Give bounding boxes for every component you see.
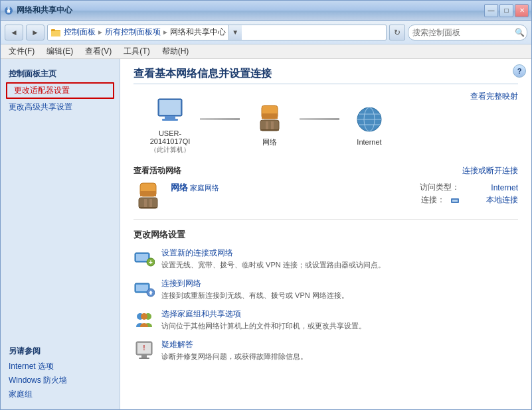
search-input[interactable] <box>412 28 512 37</box>
new-connection-content: 设置新的连接或网络 设置无线、宽带、拨号、临时或 VPN 连接；或设置路由器或访… <box>161 247 385 270</box>
new-connection-icon: + <box>133 247 155 269</box>
sidebar-link-homegroup[interactable]: 家庭组 <box>9 387 112 401</box>
connect-value-link[interactable]: 本地连接 <box>465 194 518 206</box>
internet-icon <box>353 103 385 135</box>
content-title: 查看基本网络信息并设置连接 <box>133 67 518 84</box>
access-type-value: Internet <box>465 183 518 192</box>
menu-bar: 文件(F) 编辑(E) 查看(V) 工具(T) 帮助(H) <box>1 44 531 59</box>
active-net-type[interactable]: 家庭网络 <box>190 184 219 192</box>
setting-homegroup: 选择家庭组和共享选项 访问位于其他网络计算机上的文件和打印机，或更改共享设置。 <box>133 308 518 331</box>
folder-icon <box>50 27 61 38</box>
svg-text:!: ! <box>143 344 145 352</box>
title-bar-left: 网络和共享中心 <box>3 5 72 16</box>
menu-file[interactable]: 文件(F) <box>3 44 40 58</box>
sidebar-link-advanced[interactable]: 更改高级共享设置 <box>1 99 120 115</box>
svg-rect-23 <box>144 199 147 207</box>
refresh-button[interactable]: ↻ <box>389 25 405 40</box>
new-connection-link[interactable]: 设置新的连接或网络 <box>161 247 385 259</box>
svg-rect-12 <box>266 121 268 129</box>
title-bar: 网络和共享中心 — □ ✕ <box>1 1 531 21</box>
access-type-label: 访问类型： <box>420 182 460 193</box>
connect-row: 连接： 本地连接 <box>420 194 518 206</box>
back-button[interactable]: ◄ <box>5 25 23 40</box>
active-networks-header: 查看活动网络 连接或断开连接 <box>133 165 518 176</box>
toolbar: ◄ ► 控制面板 ► 所有控制面板项 ► 网络和共享中心 ▼ ↻ 🔍 <box>1 21 531 44</box>
net-label-internet: Internet <box>357 138 381 146</box>
sidebar: 控制面板主页 更改适配器设置 更改高级共享设置 另请参阅 Internet 选项… <box>1 59 120 409</box>
minimize-button[interactable]: — <box>484 4 498 17</box>
title-text: 网络和共享中心 <box>17 5 72 16</box>
net-node-network: 网络 <box>240 103 300 147</box>
sidebar-also-title: 另请参阅 <box>9 346 112 357</box>
active-net-info: 网络 家庭网络 <box>171 182 420 194</box>
troubleshoot-desc: 诊断并修复网络问题，或获得故障排除信息。 <box>161 352 308 360</box>
connection-icon <box>450 195 460 205</box>
sidebar-link-internet-options[interactable]: Internet 选项 <box>9 360 112 374</box>
network-diagram: USER-20141017QI （此计算机） <box>133 95 518 155</box>
menu-view[interactable]: 查看(V) <box>80 44 117 58</box>
maximize-button[interactable]: □ <box>499 4 513 17</box>
search-icon[interactable]: 🔍 <box>515 28 525 37</box>
forward-button[interactable]: ► <box>26 25 44 40</box>
active-net-name[interactable]: 网络 <box>171 182 188 192</box>
svg-rect-29 <box>136 254 148 261</box>
breadcrumb-level3: 网络和共享中心 <box>170 27 226 38</box>
active-net-icon <box>133 182 163 211</box>
change-settings-title: 更改网络设置 <box>133 229 518 241</box>
menu-tools[interactable]: 工具(T) <box>118 44 155 58</box>
svg-rect-41 <box>139 358 149 359</box>
title-icon <box>3 5 14 16</box>
close-button[interactable]: ✕ <box>515 4 529 17</box>
connect-network-link[interactable]: 连接到网络 <box>161 278 349 289</box>
breadcrumb: 控制面板 ► 所有控制面板项 ► 网络和共享中心 <box>64 27 226 38</box>
address-dropdown-button[interactable]: ▼ <box>228 25 242 40</box>
svg-rect-33 <box>136 285 148 291</box>
breadcrumb-level1[interactable]: 控制面板 <box>64 27 96 38</box>
view-full-map-link[interactable]: 查看完整映射 <box>470 91 518 102</box>
homegroup-content: 选择家庭组和共享选项 访问位于其他网络计算机上的文件和打印机，或更改共享设置。 <box>161 308 366 331</box>
sidebar-also: 另请参阅 Internet 选项 Windows 防火墙 家庭组 <box>1 340 120 404</box>
svg-rect-7 <box>165 116 175 119</box>
active-networks-title: 查看活动网络 <box>133 165 181 176</box>
sidebar-link-adapter[interactable]: 更改适配器设置 <box>6 82 114 99</box>
net-label-network: 网络 <box>262 137 277 147</box>
svg-point-37 <box>141 313 147 320</box>
svg-rect-4 <box>51 29 55 31</box>
net-label-computer: USER-20141017QI <box>140 129 200 145</box>
homegroup-desc: 访问位于其他网络计算机上的文件和打印机，或更改共享设置。 <box>161 322 366 330</box>
connect-network-desc: 连接到或重新连接到无线、有线、拨号或 VPN 网络连接。 <box>161 291 349 299</box>
setting-connect-network: 连接到网络 连接到或重新连接到无线、有线、拨号或 VPN 网络连接。 <box>133 278 518 301</box>
svg-rect-22 <box>140 191 156 196</box>
breadcrumb-level2[interactable]: 所有控制面板项 <box>105 27 161 38</box>
troubleshoot-link[interactable]: 疑难解答 <box>161 339 308 350</box>
connect-network-icon <box>133 278 155 299</box>
menu-help[interactable]: 帮助(H) <box>157 44 195 58</box>
svg-rect-20 <box>139 198 157 208</box>
svg-rect-13 <box>271 121 274 129</box>
sidebar-link-firewall[interactable]: Windows 防火墙 <box>9 374 112 387</box>
connect-disconnect-link[interactable]: 连接或断开连接 <box>462 165 518 176</box>
net-node-internet: Internet <box>339 103 399 146</box>
net-sublabel-computer: （此计算机） <box>150 145 190 155</box>
troubleshoot-icon: ! <box>133 339 155 360</box>
svg-text:+: + <box>149 259 153 266</box>
new-connection-desc: 设置无线、宽带、拨号、临时或 VPN 连接；或设置路由器或访问点。 <box>161 261 385 269</box>
setting-troubleshoot: ! 疑难解答 诊断并修复网络问题，或获得故障排除信息。 <box>133 339 518 362</box>
breadcrumb-arrow1: ► <box>97 29 104 36</box>
active-network-item: 网络 家庭网络 访问类型： Internet 连接： <box>133 182 518 220</box>
svg-rect-3 <box>51 31 60 36</box>
help-icon[interactable]: ? <box>513 64 526 78</box>
search-bar: 🔍 <box>408 25 527 40</box>
menu-edit[interactable]: 编辑(E) <box>41 44 78 58</box>
connect-network-content: 连接到网络 连接到或重新连接到无线、有线、拨号或 VPN 网络连接。 <box>161 278 349 301</box>
net-line-1 <box>200 118 240 120</box>
connect-label: 连接： <box>421 194 445 206</box>
net-line-2 <box>300 118 339 120</box>
address-bar: 控制面板 ► 所有控制面板项 ► 网络和共享中心 ▼ <box>47 25 387 40</box>
svg-rect-6 <box>159 100 181 115</box>
homegroup-link[interactable]: 选择家庭组和共享选项 <box>161 308 366 320</box>
svg-rect-25 <box>139 207 157 208</box>
svg-rect-11 <box>262 113 278 119</box>
access-type-row: 访问类型： Internet <box>420 182 518 193</box>
svg-rect-24 <box>149 199 152 207</box>
